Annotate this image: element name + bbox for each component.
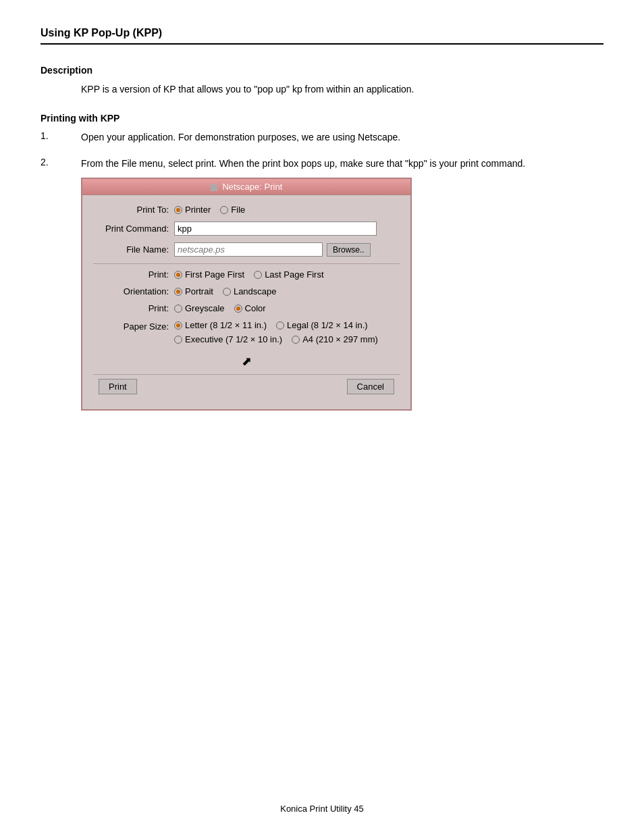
color-row: Print: Greyscale Color [93,303,400,313]
step-2: 2. From the File menu, select print. Whe… [41,157,603,411]
radio-color-label: Color [245,303,266,313]
radio-greyscale-circle [174,305,182,313]
radio-letter[interactable]: Letter (8 1/2 × 11 in.) [174,320,267,330]
step-1: 1. Open your application. For demonstrat… [41,130,603,145]
color-value: Greyscale Color [174,303,400,313]
radio-file-label: File [231,205,245,215]
color-label: Print: [93,303,174,313]
step-1-text: Open your application. For demonstration… [81,130,400,145]
step-2-number: 2. [41,157,81,411]
radio-first-page-circle [174,271,182,279]
print-button[interactable]: Print [99,379,137,394]
page: Using KP Pop-Up (KPP) Description KPP is… [0,0,644,834]
print-command-input[interactable] [174,221,377,236]
separator-1 [93,263,400,264]
file-name-value: Browse.. [174,242,400,257]
radio-legal[interactable]: Legal (8 1/2 × 14 in.) [276,320,368,330]
radio-first-page-first[interactable]: First Page First [174,269,244,280]
print-to-value: Printer File [174,205,400,215]
radio-first-page-label: First Page First [185,269,244,280]
print-command-label: Print Command: [93,224,174,234]
radio-executive-label: Executive (7 1/2 × 10 in.) [185,334,282,344]
radio-greyscale-label: Greyscale [185,303,225,313]
paper-size-value: Letter (8 1/2 × 11 in.) Legal (8 1/2 × 1… [174,320,400,344]
print-command-value [174,221,400,236]
printing-section: Printing with KPP 1. Open your applicati… [41,113,603,411]
paper-size-row: Paper Size: Letter (8 1/2 × 11 in.) [93,320,400,344]
radio-landscape[interactable]: Landscape [223,286,277,296]
radio-printer[interactable]: Printer [174,205,211,215]
radio-legal-label: Legal (8 1/2 × 14 in.) [287,320,368,330]
step-1-number: 1. [41,130,81,145]
description-heading: Description [41,65,603,76]
print-command-row: Print Command: [93,221,400,236]
radio-color-circle [234,305,242,313]
radio-landscape-circle [223,288,231,296]
description-text: KPP is a version of KP that allows you t… [81,82,603,97]
radio-greyscale[interactable]: Greyscale [174,303,225,313]
radio-letter-label: Letter (8 1/2 × 11 in.) [185,320,267,330]
radio-file-circle [220,206,228,214]
print-order-value: First Page First Last Page First [174,269,400,280]
file-name-input[interactable] [174,242,323,257]
radio-executive[interactable]: Executive (7 1/2 × 10 in.) [174,334,282,344]
page-header: Using KP Pop-Up (KPP) [41,27,603,45]
dialog-title: Netscape: Print [222,182,282,192]
cursor-area: ⬈ [93,351,400,371]
radio-landscape-label: Landscape [234,286,277,296]
page-footer: Konica Print Utility 45 [0,804,644,814]
radio-color[interactable]: Color [234,303,266,313]
footer-text: Konica Print Utility 45 [280,804,364,814]
cancel-button[interactable]: Cancel [347,379,394,394]
radio-a4-circle [292,336,300,344]
dialog-body: Print To: Printer File [82,195,410,409]
orientation-row: Orientation: Portrait Landsc [93,286,400,296]
steps-list: 1. Open your application. For demonstrat… [41,130,603,411]
radio-letter-circle [174,321,182,330]
dialog-titlebar: Netscape: Print [82,179,410,195]
radio-last-page-first[interactable]: Last Page First [254,269,323,280]
description-section: Description KPP is a version of KP that … [41,65,603,97]
paper-size-label: Paper Size: [93,320,174,332]
print-order-label: Print: [93,269,174,280]
radio-executive-circle [174,336,182,344]
radio-a4[interactable]: A4 (210 × 297 mm) [292,334,378,344]
orientation-label: Orientation: [93,286,174,296]
print-to-label: Print To: [93,205,174,215]
radio-last-page-label: Last Page First [265,269,323,280]
print-order-row: Print: First Page First Last [93,269,400,280]
radio-legal-circle [276,321,284,330]
paper-size-group: Letter (8 1/2 × 11 in.) Legal (8 1/2 × 1… [174,320,400,344]
radio-printer-circle [174,206,182,214]
radio-file[interactable]: File [220,205,245,215]
radio-a4-label: A4 (210 × 297 mm) [302,334,378,344]
file-name-label: File Name: [93,244,174,255]
dialog-box: Netscape: Print Print To: [81,178,412,411]
radio-last-page-circle [254,271,262,279]
radio-portrait[interactable]: Portrait [174,286,213,296]
print-to-row: Print To: Printer File [93,205,400,215]
radio-portrait-label: Portrait [185,286,213,296]
dialog-wrapper: Netscape: Print Print To: [81,178,525,411]
radio-printer-label: Printer [185,205,211,215]
cursor-icon: ⬈ [242,354,252,369]
file-name-row: File Name: Browse.. [93,242,400,257]
radio-portrait-circle [174,288,182,296]
step-2-text: From the File menu, select print. When t… [81,158,525,169]
titlebar-icon [211,184,217,191]
dialog-footer: Print Cancel [93,374,400,400]
printing-heading: Printing with KPP [41,113,603,124]
orientation-value: Portrait Landscape [174,286,400,296]
browse-button[interactable]: Browse.. [327,243,371,257]
page-title: Using KP Pop-Up (KPP) [41,27,162,38]
